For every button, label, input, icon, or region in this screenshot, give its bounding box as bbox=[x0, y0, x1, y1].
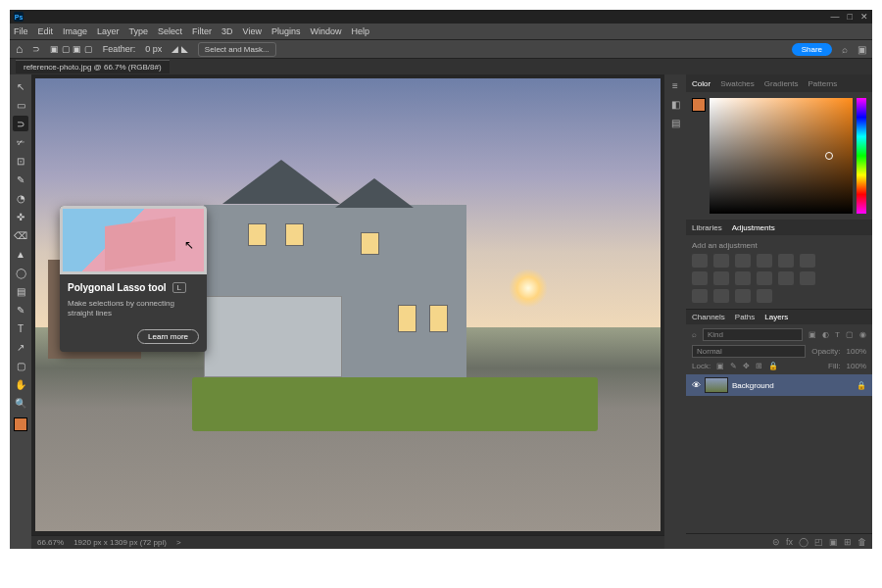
crop-tool[interactable]: ⊡ bbox=[13, 153, 28, 169]
tab-layers[interactable]: Layers bbox=[764, 313, 788, 321]
eyedropper-tool[interactable]: ◔ bbox=[13, 190, 28, 206]
adj-bw-icon[interactable] bbox=[692, 271, 708, 285]
history-brush-tool[interactable]: ◯ bbox=[13, 265, 28, 280]
layer-filter-kind[interactable]: Kind bbox=[703, 328, 803, 341]
group-icon[interactable]: ▣ bbox=[829, 537, 838, 547]
lasso-tool-icon[interactable]: ⊃ bbox=[32, 44, 40, 54]
color-swatches[interactable] bbox=[14, 417, 27, 431]
menu-select[interactable]: Select bbox=[158, 26, 182, 36]
shape-tool[interactable]: ▢ bbox=[13, 358, 28, 373]
share-button[interactable]: Share bbox=[792, 43, 832, 56]
menu-view[interactable]: View bbox=[243, 26, 262, 36]
frame-tool[interactable]: ✎ bbox=[13, 172, 28, 187]
hue-slider[interactable] bbox=[857, 98, 866, 214]
search-icon[interactable]: ⌕ bbox=[692, 330, 697, 339]
feather-input[interactable]: 0 px bbox=[145, 44, 162, 54]
pen-tool[interactable]: ↗ bbox=[13, 339, 28, 355]
collapsed-panel-icon[interactable]: ◧ bbox=[671, 99, 680, 110]
adj-exposure-icon[interactable] bbox=[757, 254, 772, 268]
minimize-button[interactable]: — bbox=[831, 12, 840, 22]
tab-color[interactable]: Color bbox=[692, 79, 710, 88]
layer-row[interactable]: 👁 Background 🔒 bbox=[686, 374, 872, 396]
adj-photo-filter-icon[interactable] bbox=[713, 271, 729, 285]
anti-alias-icons[interactable]: ◢ ◣ bbox=[172, 44, 188, 54]
menu-filter[interactable]: Filter bbox=[192, 26, 212, 36]
fill-value[interactable]: 100% bbox=[847, 362, 866, 370]
selection-mode-icons[interactable]: ▣ ▢ ▣ ▢ bbox=[50, 44, 93, 54]
lock-position-icon[interactable]: ✥ bbox=[743, 362, 750, 370]
menu-type[interactable]: Type bbox=[129, 26, 149, 36]
tab-adjustments[interactable]: Adjustments bbox=[732, 223, 775, 232]
close-button[interactable]: ✕ bbox=[860, 12, 868, 22]
lasso-tool[interactable]: ⊃ bbox=[13, 116, 28, 131]
menu-help[interactable]: Help bbox=[352, 26, 370, 36]
adj-more-icon[interactable] bbox=[757, 289, 772, 303]
link-layers-icon[interactable]: ⊝ bbox=[772, 537, 780, 547]
menu-plugins[interactable]: Plugins bbox=[271, 26, 301, 36]
mask-icon[interactable]: ◯ bbox=[799, 537, 808, 547]
tab-channels[interactable]: Channels bbox=[692, 313, 725, 321]
adj-hue-icon[interactable] bbox=[800, 254, 815, 268]
adj-color-lookup-icon[interactable] bbox=[757, 271, 772, 285]
menu-edit[interactable]: Edit bbox=[38, 26, 54, 36]
brush-tool[interactable]: ⌫ bbox=[13, 227, 28, 243]
tab-libraries[interactable]: Libraries bbox=[692, 223, 722, 232]
foreground-swatch[interactable] bbox=[692, 98, 706, 112]
adj-gradient-map-icon[interactable] bbox=[713, 289, 729, 303]
lock-pixels-icon[interactable]: ✎ bbox=[730, 362, 737, 370]
gradient-tool[interactable]: ✎ bbox=[13, 302, 28, 318]
status-arrow[interactable]: > bbox=[176, 538, 181, 547]
adjustment-layer-icon[interactable]: ◰ bbox=[814, 537, 823, 547]
home-button[interactable]: ⌂ bbox=[16, 42, 23, 56]
visibility-icon[interactable]: 👁 bbox=[692, 380, 701, 390]
fx-icon[interactable]: fx bbox=[786, 537, 793, 547]
menu-layer[interactable]: Layer bbox=[97, 26, 120, 36]
adj-selective-color-icon[interactable] bbox=[735, 289, 751, 303]
filter-type-icon[interactable]: T bbox=[835, 330, 840, 339]
search-icon[interactable]: ⌕ bbox=[842, 44, 848, 55]
menu-file[interactable]: File bbox=[14, 26, 28, 36]
eraser-tool[interactable]: ▤ bbox=[13, 283, 28, 299]
select-and-mask-button[interactable]: Select and Mask... bbox=[198, 42, 276, 57]
workspace-icon[interactable]: ▣ bbox=[858, 44, 866, 55]
layer-name[interactable]: Background bbox=[732, 381, 774, 390]
lock-all-icon[interactable]: 🔒 bbox=[768, 362, 778, 370]
learn-more-button[interactable]: Learn more bbox=[137, 329, 199, 344]
layer-thumbnail[interactable] bbox=[705, 377, 728, 393]
type-tool[interactable]: T bbox=[13, 320, 28, 336]
blend-mode-select[interactable]: Normal bbox=[692, 345, 806, 358]
marquee-tool[interactable]: ▭ bbox=[13, 97, 28, 113]
zoom-tool[interactable]: 🔍 bbox=[13, 395, 28, 411]
lock-transparency-icon[interactable]: ▣ bbox=[716, 362, 724, 370]
collapsed-panel-icon[interactable]: ▤ bbox=[671, 118, 680, 128]
maximize-button[interactable]: □ bbox=[848, 12, 853, 22]
tab-gradients[interactable]: Gradients bbox=[764, 79, 799, 88]
canvas[interactable]: ↖ Polygonal Lasso tool L Make selections… bbox=[35, 78, 661, 531]
selection-tool[interactable]: ✃ bbox=[13, 134, 28, 150]
tab-swatches[interactable]: Swatches bbox=[720, 79, 755, 88]
stamp-tool[interactable]: ▲ bbox=[13, 246, 28, 262]
filter-adj-icon[interactable]: ◐ bbox=[822, 330, 829, 339]
new-layer-icon[interactable]: ⊞ bbox=[844, 537, 852, 547]
document-tab[interactable]: reference-photo.jpg @ 66.7% (RGB/8#) bbox=[16, 60, 170, 74]
menu-window[interactable]: Window bbox=[311, 26, 342, 36]
collapsed-panel-icon[interactable]: ≡ bbox=[672, 80, 678, 91]
delete-layer-icon[interactable]: 🗑 bbox=[858, 537, 866, 547]
adj-levels-icon[interactable] bbox=[713, 254, 729, 268]
lock-artboard-icon[interactable]: ⊞ bbox=[756, 362, 762, 370]
adj-vibrance-icon[interactable] bbox=[778, 254, 794, 268]
hand-tool[interactable]: ✋ bbox=[13, 376, 28, 392]
move-tool[interactable]: ↖ bbox=[13, 78, 28, 94]
adj-threshold-icon[interactable] bbox=[692, 289, 708, 303]
menu-3d[interactable]: 3D bbox=[221, 26, 233, 36]
filter-smart-icon[interactable]: ◉ bbox=[859, 330, 866, 339]
menu-image[interactable]: Image bbox=[63, 26, 87, 36]
adj-curves-icon[interactable] bbox=[735, 254, 751, 268]
filter-shape-icon[interactable]: ▢ bbox=[846, 330, 854, 339]
filter-pixel-icon[interactable]: ▣ bbox=[808, 330, 816, 339]
adj-posterize-icon[interactable] bbox=[800, 271, 815, 285]
zoom-level[interactable]: 66.67% bbox=[37, 538, 64, 547]
adj-brightness-icon[interactable] bbox=[692, 254, 708, 268]
adj-channel-mixer-icon[interactable] bbox=[735, 271, 751, 285]
healing-tool[interactable]: ✜ bbox=[13, 209, 28, 224]
